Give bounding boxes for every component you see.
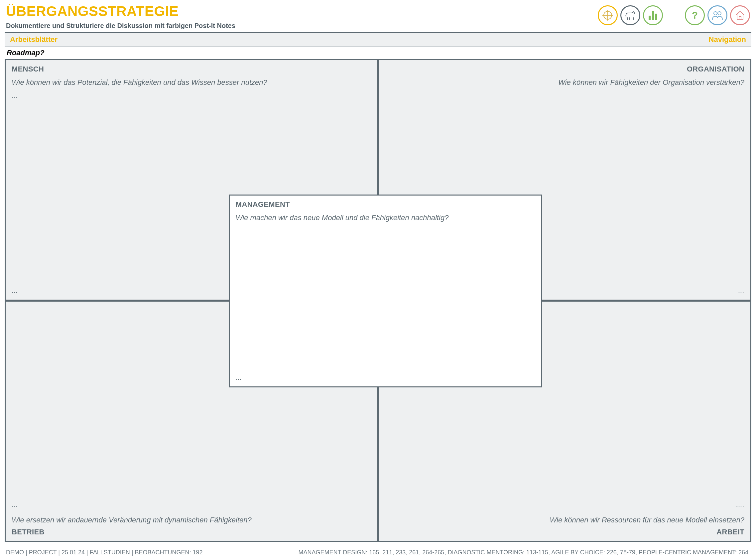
betrieb-prompt: Wie ersetzen wir andauernde Veränderung … [11,516,371,525]
management-title: MANAGEMENT [236,200,535,209]
roadmap-label: Roadmap? [7,49,751,57]
center-management[interactable]: MANAGEMENT Wie machen wir das neue Model… [229,195,542,388]
svg-point-4 [718,11,721,15]
help-icon[interactable]: ? [685,5,705,25]
mensch-prompt: Wie können wir das Potenzial, die Fähigk… [11,78,371,87]
betrieb-title: BETRIEB [11,528,371,536]
section-bar: Arbeitsblätter Navigation [5,32,751,47]
header: ÜBERGANGSSTRATEGIE Dokumentiere und Stru… [0,0,756,31]
house-icon [735,10,745,20]
question-mark-icon: ? [692,10,698,21]
management-dots: ... [236,373,242,382]
page-title: ÜBERGANGSSTRATEGIE [6,3,235,19]
crosshair-icon [602,10,613,21]
footer-left: DEMO | PROJECT | 25.01.24 | FALLSTUDIEN … [6,549,203,556]
group-icon [711,10,724,20]
dog-icon [625,10,636,20]
section-right-label[interactable]: Navigation [709,35,746,44]
mensch-dots-top: ... [11,92,371,100]
target-icon[interactable] [598,5,618,25]
footer-right: MANAGEMENT DESIGN: 165, 211, 233, 261, 2… [298,549,750,556]
people-icon[interactable] [707,5,727,25]
agile-dog-icon[interactable] [620,5,640,25]
section-left-label[interactable]: Arbeitsblätter [10,35,57,44]
management-prompt: Wie machen wir das neue Modell und die F… [236,213,535,222]
header-icon-bar: ? [598,3,750,25]
canvas-wrap: Roadmap? MENSCH Wie können wir das Poten… [5,49,751,544]
footer: DEMO | PROJECT | 25.01.24 | FALLSTUDIEN … [6,549,750,556]
bar-chart-icon[interactable] [643,5,663,25]
svg-point-3 [714,11,717,15]
home-icon[interactable] [730,5,750,25]
canvas: MENSCH Wie können wir das Potenzial, die… [5,59,751,542]
arbeit-prompt: Wie können wir Ressourcen für das neue M… [385,516,745,525]
bars-icon [649,10,657,20]
mensch-title: MENSCH [11,65,371,74]
organisation-prompt: Wie können wir Fähigkeiten der Organisat… [385,78,745,87]
header-left: ÜBERGANGSSTRATEGIE Dokumentiere und Stru… [6,3,235,30]
betrieb-dots: ... [11,501,371,509]
page-subtitle: Dokumentiere und Strukturiere die Diskus… [6,22,235,30]
organisation-title: ORGANISATION [385,65,745,74]
arbeit-title: ARBEIT [385,528,745,536]
arbeit-dots: .... [385,501,745,509]
